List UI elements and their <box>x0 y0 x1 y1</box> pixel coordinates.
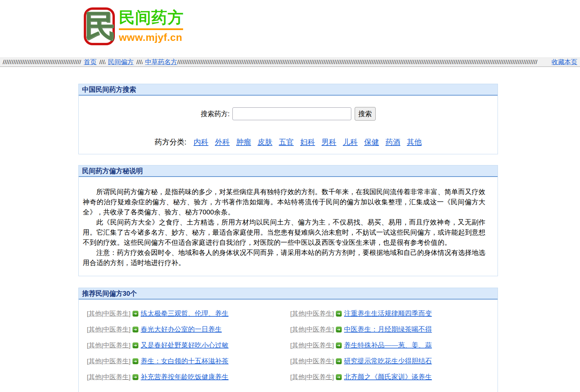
arrow-icon: ➔ <box>132 342 138 348</box>
nav-slashes-sep2: ///// <box>136 58 143 66</box>
arrow-icon: ➔ <box>132 311 138 317</box>
arrow-icon: ➔ <box>132 326 138 333</box>
category-link-tcm-health[interactable]: 中医养生 <box>306 373 332 381</box>
item-category: [其他|中医养生] <box>290 373 334 382</box>
bracket-close: ] <box>332 326 334 333</box>
bracket-close: ] <box>332 373 334 381</box>
remedy-link[interactable]: 中医养生：月经期绿茶喝不得 <box>344 325 432 334</box>
remedy-link[interactable]: 练太极拳三观哲、伦理、养生 <box>141 309 229 318</box>
category-link-other[interactable]: 其他 <box>292 326 305 333</box>
category-link-surgery[interactable]: 外科 <box>215 138 230 146</box>
item-category: [其他|中医养生] <box>87 341 131 350</box>
search-panel-body: 搜索药方: 搜索 药方分类: 内科 外科 肿瘤 皮肤 五官 妇科 男科 儿科 保… <box>79 96 498 154</box>
category-link-other[interactable]: 其他 <box>89 310 101 317</box>
category-link-other[interactable]: 其他 <box>89 373 101 381</box>
bracket-close: ] <box>129 358 130 365</box>
category-link-tcm-health[interactable]: 中医养生 <box>103 326 129 333</box>
arrow-icon: ➔ <box>336 374 342 380</box>
arrow-icon: ➔ <box>336 326 342 333</box>
nav-slashes-right: ////////////////////////////////////////… <box>177 58 537 66</box>
category-link-tcm-health[interactable]: 中医养生 <box>306 326 332 333</box>
bracket-close: ] <box>332 310 334 317</box>
category-link-other[interactable]: 其他 <box>89 358 101 365</box>
category-link-other[interactable]: 其他 <box>292 358 305 365</box>
list-item: [其他|中医养生] ➔ 养生：女白领的十五杯滋补茶 <box>87 357 290 366</box>
category-link-healthcare[interactable]: 保健 <box>364 138 379 146</box>
category-link-tcm-health[interactable]: 中医养生 <box>103 310 129 317</box>
category-link-other[interactable]: 其他 <box>89 342 101 349</box>
remedy-link[interactable]: 春光大好办公室的一日养生 <box>141 325 222 334</box>
item-category: [其他|中医养生] <box>290 341 334 350</box>
remedy-link[interactable]: 研究提示常吃花生少得胆结石 <box>344 357 432 366</box>
list-item: [其他|中医养生] ➔ 养生特殊补品——葱、姜、蒜 <box>290 341 494 350</box>
list-row: [其他|中医养生] ➔ 春光大好办公室的一日养生 [其他|中医养生] ➔ 中医养… <box>87 321 494 337</box>
category-link-tcm-health[interactable]: 中医养生 <box>103 373 129 381</box>
search-button[interactable]: 搜索 <box>355 107 376 121</box>
item-category: [其他|中医养生] <box>290 309 334 318</box>
nav-link-bookmark-page[interactable]: 收藏本页 <box>552 58 577 67</box>
list-row: [其他|中医养生] ➔ 补充营养按年龄吃饭健康养生 [其他|中医养生] ➔ 北齐… <box>87 369 494 385</box>
list-item: [其他|中医养生] ➔ 注重养生生活规律顺四季而变 <box>290 309 494 318</box>
about-paragraph-2: 此《民间药方大全》之食疗、土方精选，所用方材均以民间土方、偏方为主，不仅易找、易… <box>83 217 485 247</box>
list-item: [其他|中医养生] ➔ 练太极拳三观哲、伦理、养生 <box>87 309 290 318</box>
category-link-other[interactable]: 其他 <box>292 310 305 317</box>
about-panel: 民间药方偏方秘说明 所谓民间药方偏方秘，是指药味的多少，对某些病症具有独特疗效的… <box>78 165 498 276</box>
bracket-close: ] <box>129 310 130 317</box>
bracket-close: ] <box>332 358 334 365</box>
remedy-link[interactable]: 养生特殊补品——葱、姜、蒜 <box>344 341 432 350</box>
category-link-tcm-health[interactable]: 中医养生 <box>306 342 332 349</box>
bracket-close: ] <box>129 342 130 349</box>
category-link-andrology[interactable]: 男科 <box>322 138 336 146</box>
remedy-link[interactable]: 注重养生生活规律顺四季而变 <box>344 309 432 318</box>
category-link-gynecology[interactable]: 妇科 <box>300 138 315 146</box>
remedy-link[interactable]: 养生：女白领的十五杯滋补茶 <box>141 357 229 366</box>
category-link-tcm-health[interactable]: 中医养生 <box>103 342 129 349</box>
category-link-other[interactable]: 其他 <box>292 342 305 349</box>
search-row: 搜索药方: 搜索 <box>79 107 498 121</box>
search-panel-title: 中国民间药方搜索 <box>79 84 498 96</box>
arrow-icon: ➔ <box>336 342 342 348</box>
about-paragraph-1: 所谓民间药方偏方秘，是指药味的多少，对某些病症具有独特疗效的方剂。数千年来，在我… <box>83 187 485 217</box>
arrow-icon: ➔ <box>336 358 342 364</box>
category-link-tcm-health[interactable]: 中医养生 <box>306 310 332 317</box>
search-panel: 中国民间药方搜索 搜索药方: 搜索 药方分类: 内科 外科 肿瘤 皮肤 五官 妇… <box>78 84 498 154</box>
remedy-link[interactable]: 北齐颜之《颜氏家训》谈养生 <box>344 372 432 382</box>
recommend-panel-title: 推荐民间偏方30个 <box>79 288 498 299</box>
item-category: [其他|中医养生] <box>87 373 131 382</box>
recommend-panel: 推荐民间偏方30个 [其他|中医养生] ➔ 练太极拳三观哲、伦理、养生 [其他|… <box>78 288 498 392</box>
page-header: 民 民间药方 www.mjyf.cn <box>0 0 580 57</box>
site-logo-icon[interactable]: 民 <box>84 7 115 45</box>
list-item: [其他|中医养生] ➔ 补充营养按年龄吃饭健康养生 <box>87 372 290 382</box>
category-link-pediatrics[interactable]: 儿科 <box>343 138 358 146</box>
nav-link-folk-remedies[interactable]: 民间偏方 <box>108 58 134 67</box>
category-link-facial[interactable]: 五官 <box>279 138 294 146</box>
remedy-link[interactable]: 又是春好处野菜好吃小心过敏 <box>141 341 229 350</box>
category-label: 药方分类: <box>155 138 186 146</box>
category-link-tcm-health[interactable]: 中医养生 <box>306 358 332 365</box>
arrow-icon: ➔ <box>132 374 138 380</box>
category-row: 药方分类: 内科 外科 肿瘤 皮肤 五官 妇科 男科 儿科 保健 药酒 其他 <box>79 137 498 147</box>
category-link-medicinal-wine[interactable]: 药酒 <box>385 138 400 146</box>
category-link-tumor[interactable]: 肿瘤 <box>236 138 251 146</box>
category-link-other[interactable]: 其他 <box>292 373 305 381</box>
remedy-link[interactable]: 补充营养按年龄吃饭健康养生 <box>141 372 229 382</box>
logo-divider-bar <box>119 28 183 30</box>
nav-link-home[interactable]: 首页 <box>84 58 97 67</box>
nav-link-herbal-prescriptions[interactable]: 中草药名方 <box>145 58 177 67</box>
category-link-other[interactable]: 其他 <box>407 138 422 146</box>
search-label: 搜索药方: <box>201 109 230 119</box>
category-link-tcm-health[interactable]: 中医养生 <box>103 358 129 365</box>
category-link-internal[interactable]: 内科 <box>194 138 208 146</box>
list-item: [其他|中医养生] ➔ 又是春好处野菜好吃小心过敏 <box>87 341 290 350</box>
arrow-icon: ➔ <box>132 358 138 364</box>
main-nav: ////////////////////////////////////////… <box>0 57 580 67</box>
site-url: www.mjyf.cn <box>119 32 183 43</box>
search-input[interactable] <box>232 107 351 120</box>
nav-slashes-sep1: ///// <box>99 58 105 66</box>
nav-slashes-left: ////////////////////////////////////////… <box>3 58 81 66</box>
item-category: [其他|中医养生] <box>290 325 334 334</box>
item-category: [其他|中医养生] <box>87 325 131 334</box>
category-link-skin[interactable]: 皮肤 <box>257 138 272 146</box>
recommend-list: [其他|中医养生] ➔ 练太极拳三观哲、伦理、养生 [其他|中医养生] ➔ 注重… <box>79 299 498 385</box>
category-link-other[interactable]: 其他 <box>89 326 101 333</box>
